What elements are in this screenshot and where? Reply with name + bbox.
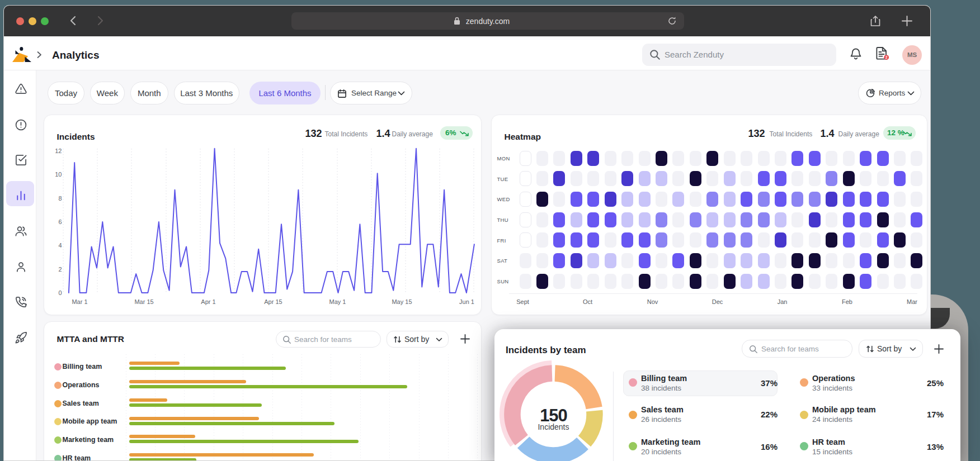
svg-text:2: 2 [885,55,888,59]
